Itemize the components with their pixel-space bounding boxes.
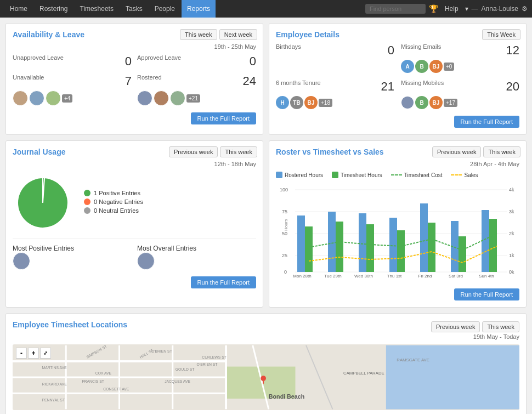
svg-text:O'BRIEN ST: O'BRIEN ST [197,362,218,366]
sales-label: Sales [464,172,478,178]
tenure-count: 21 [381,80,394,94]
nav-timesheets[interactable]: Timesheets [74,0,119,18]
email-badge-a: A [401,60,414,73]
svg-text:GOULD ST: GOULD ST [176,367,195,371]
roster-timesheet-card: Roster vs Timesheet vs Sales Previous we… [269,140,527,308]
svg-text:Wed 30th: Wed 30th [354,274,373,279]
employee-run-report-row: Run the Full Report [276,116,519,128]
employee-details-this-week-btn[interactable]: This Week [482,29,520,40]
bar-rostered-4 [420,203,428,272]
journal-card: Journal Usage Previous week This week 12… [5,140,263,308]
availability-run-report-row: Run the Full Report [13,112,256,124]
journal-prev-week-btn[interactable]: Previous week [169,146,218,157]
help-menu[interactable]: Help [442,5,462,13]
positive-label: 1 Positive Entries [94,190,140,196]
locations-prev-week-btn[interactable]: Previous week [431,321,480,332]
availability-next-week-btn[interactable]: Next week [219,29,257,40]
legend-positive: 1 Positive Entries [84,190,143,196]
svg-text:2k: 2k [509,231,514,236]
svg-text:MARTINS AVE: MARTINS AVE [42,366,67,370]
timesheet-hours-label: Timesheet Hours [341,172,382,178]
nav-rostering[interactable]: Rostering [34,0,73,18]
unavailable: Unavailable 7 +4 [13,74,132,106]
locations-this-week-btn[interactable]: This week [482,321,519,332]
nav-reports[interactable]: Reports [182,0,216,18]
bar-timesheet-0 [305,226,313,272]
roster-this-week-btn[interactable]: This week [483,146,520,157]
bar-timesheet-1 [336,222,343,272]
svg-text:CONSETT AVE: CONSETT AVE [103,387,129,391]
avatar-r2 [154,90,169,106]
svg-text:COX AVE: COX AVE [95,371,112,375]
unapproved-leave: Unapproved Leave 0 [13,54,132,69]
roster-date-range: 28th Apr - 4th May [276,161,519,167]
most-positive-label: Most Positive Entries [13,245,74,252]
find-person-input[interactable] [365,4,426,14]
approved-leave: Approved Leave 0 [137,54,256,69]
avatar-1 [13,90,28,106]
most-overall-avatar [137,252,155,270]
zoom-in-btn[interactable]: + [28,348,39,359]
email-badge-plus: +0 [444,63,454,71]
roster-run-report-btn[interactable]: Run the Full Report [454,288,519,300]
email-badge-bj: BJ [429,60,443,73]
availability-this-week-btn[interactable]: This week [180,29,217,40]
timesheet-cost-icon [391,174,402,175]
employee-run-report-btn[interactable]: Run the Full Report [454,116,519,128]
rostered-hours-label: Rostered Hours [285,172,323,178]
bar-timesheet-6 [489,219,497,272]
tenure-badges: H TB BJ +18 [276,96,394,109]
email-badge-b: B [415,60,428,73]
roster-prev-week-btn[interactable]: Previous week [432,146,482,157]
nav-people[interactable]: People [149,0,180,18]
tenure-badge-tb: TB [290,96,303,109]
email-badges: A B BJ +0 [401,60,519,73]
nav-tasks[interactable]: Tasks [120,0,148,18]
legend-neutral: 0 Neutral Entries [84,207,143,214]
bar-timesheet-4 [428,223,435,272]
rostered: Rostered 24 +21 [137,74,256,106]
chart-legend: Rostered Hours Timesheet Hours Timesheet… [276,172,519,178]
svg-text:Sat 3rd: Sat 3rd [449,274,463,279]
journal-pie-chart [13,173,73,233]
unavailable-label: Unavailable [13,74,44,81]
mobile-badge-b: B [415,96,428,109]
svg-text:4k: 4k [509,187,514,192]
zoom-out-btn[interactable]: - [16,348,27,359]
legend-rostered-hours: Rostered Hours [276,172,323,178]
tenure-badge-plus: +18 [319,99,332,107]
timesheet-locations-title: Employee Timesheet Locations [13,320,127,329]
journal-legend: 1 Positive Entries 0 Negative Entries 0 … [84,190,143,216]
unavailable-count: 7 [125,74,132,88]
row-2: Journal Usage Previous week This week 12… [5,140,527,308]
unavailable-extra: +4 [62,94,72,103]
journal-this-week-btn[interactable]: This week [220,146,257,157]
mobile-badge-plus: +17 [444,99,457,107]
avatar-r1 [137,90,152,106]
rostered-label: Rostered [137,74,162,81]
unapproved-count: 0 [125,54,132,69]
nav-home[interactable]: Home [4,0,33,18]
user-menu[interactable]: Anna-Louise [482,5,518,13]
timesheet-hours-icon [332,172,338,178]
bar-rostered-0 [297,215,305,272]
svg-text:CAMPBELL PARADE: CAMPBELL PARADE [343,371,384,376]
journal-run-report-btn[interactable]: Run the Full Report [191,276,256,288]
legend-timesheet-hours: Timesheet Hours [332,172,382,178]
positive-dot [84,190,90,196]
negative-label: 0 Negative Entries [94,199,143,205]
rostered-count: 24 [243,74,256,88]
approved-count: 0 [250,54,256,69]
availability-run-report-btn[interactable]: Run the Full Report [191,112,256,124]
rostered-hours-icon [276,172,282,178]
avatar-2 [29,90,44,106]
avatar-3 [46,90,61,106]
legend-timesheet-cost: Timesheet Cost [391,172,443,178]
tenure-badge-h: H [276,96,289,109]
svg-text:75: 75 [282,209,287,214]
approved-label: Approved Leave [137,54,181,61]
unavailable-avatars: +4 [13,90,132,106]
missing-emails: Missing Emails 12 A B BJ +0 [401,43,519,73]
neutral-label: 0 Neutral Entries [94,207,139,214]
expand-btn[interactable]: ⤢ [40,348,51,359]
